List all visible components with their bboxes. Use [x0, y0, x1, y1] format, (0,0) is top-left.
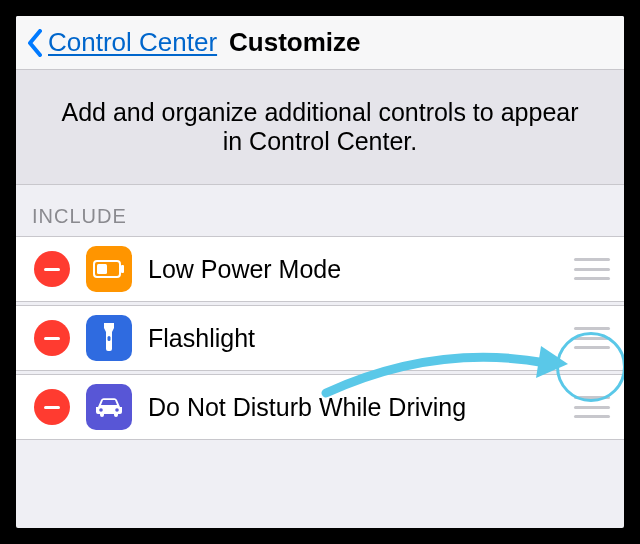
svg-point-4 — [99, 408, 103, 412]
drag-handle[interactable] — [574, 327, 610, 349]
nav-bar: Control Center Customize — [16, 16, 624, 70]
svg-rect-1 — [121, 265, 124, 273]
battery-icon — [86, 246, 132, 292]
svg-rect-3 — [108, 336, 111, 341]
back-button[interactable]: Control Center — [26, 27, 217, 58]
section-header-include: INCLUDE — [16, 185, 624, 236]
list-item: Do Not Disturb While Driving — [16, 374, 624, 440]
chevron-left-icon — [26, 29, 44, 57]
car-icon — [86, 384, 132, 430]
drag-handle[interactable] — [574, 258, 610, 280]
svg-rect-2 — [97, 264, 107, 274]
back-label: Control Center — [48, 27, 217, 58]
drag-handle[interactable] — [574, 396, 610, 418]
list-item: Flashlight — [16, 305, 624, 371]
remove-button[interactable] — [34, 320, 70, 356]
list-item-label: Flashlight — [148, 324, 558, 353]
list-item-label: Do Not Disturb While Driving — [148, 393, 558, 422]
flashlight-icon — [86, 315, 132, 361]
page-title: Customize — [229, 27, 360, 58]
intro-text: Add and organize additional controls to … — [16, 70, 624, 185]
settings-screen: Control Center Customize Add and organiz… — [16, 16, 624, 528]
list-item-label: Low Power Mode — [148, 255, 558, 284]
list-item: Low Power Mode — [16, 236, 624, 302]
svg-point-5 — [115, 408, 119, 412]
remove-button[interactable] — [34, 389, 70, 425]
remove-button[interactable] — [34, 251, 70, 287]
